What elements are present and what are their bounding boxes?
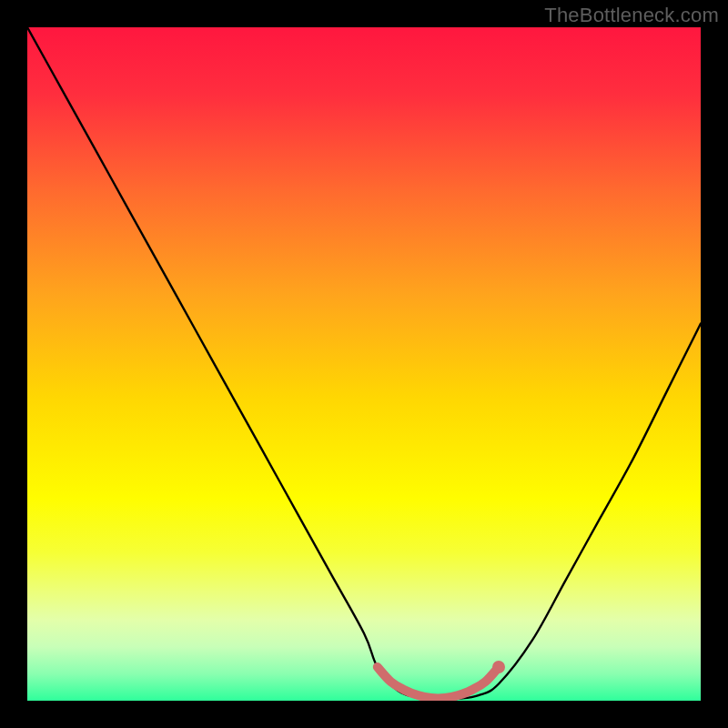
bottleneck-curve — [27, 27, 701, 700]
watermark-text: TheBottleneck.com — [544, 4, 719, 27]
plot-area — [27, 27, 701, 701]
sweet-spot-band-end-marker — [492, 661, 505, 673]
chart-frame: TheBottleneck.com — [0, 0, 728, 728]
curve-layer — [27, 27, 701, 701]
